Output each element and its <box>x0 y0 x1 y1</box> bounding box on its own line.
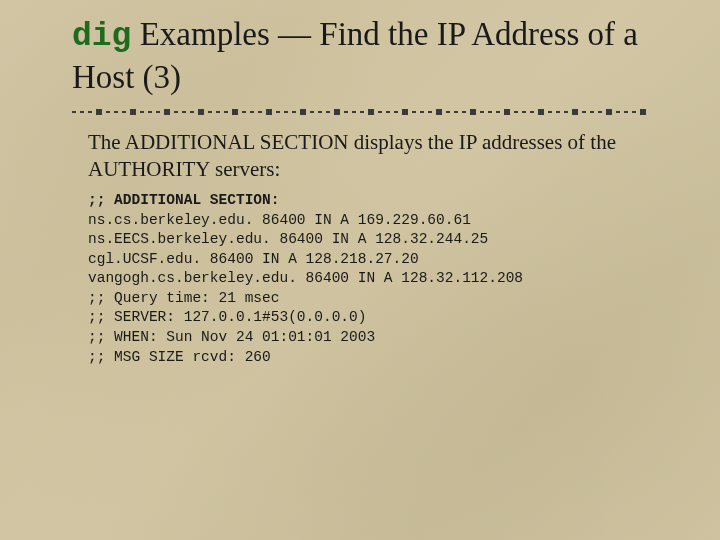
code-footer-line: ;; MSG SIZE rcvd: 260 <box>88 349 271 365</box>
command-name: dig <box>72 18 131 55</box>
title-divider <box>72 109 648 115</box>
code-section-header: ;; ADDITIONAL SECTION: <box>88 192 279 208</box>
code-footer-line: ;; WHEN: Sun Nov 24 01:01:01 2003 <box>88 329 375 345</box>
slide-title: dig Examples — Find the IP Address of a … <box>72 14 648 99</box>
code-block: ;; ADDITIONAL SECTION: ns.cs.berkeley.ed… <box>88 191 632 367</box>
title-rest: Examples — Find the IP Address of a Host… <box>72 16 638 95</box>
code-record: ns.cs.berkeley.edu. 86400 IN A 169.229.6… <box>88 212 471 228</box>
code-footer-line: ;; Query time: 21 msec <box>88 290 279 306</box>
code-record: vangogh.cs.berkeley.edu. 86400 IN A 128.… <box>88 270 523 286</box>
code-record: ns.EECS.berkeley.edu. 86400 IN A 128.32.… <box>88 231 488 247</box>
intro-text: The ADDITIONAL SECTION displays the IP a… <box>88 129 632 184</box>
code-footer-line: ;; SERVER: 127.0.0.1#53(0.0.0.0) <box>88 309 366 325</box>
code-record: cgl.UCSF.edu. 86400 IN A 128.218.27.20 <box>88 251 419 267</box>
slide: dig Examples — Find the IP Address of a … <box>0 0 720 540</box>
slide-body: The ADDITIONAL SECTION displays the IP a… <box>72 129 648 368</box>
